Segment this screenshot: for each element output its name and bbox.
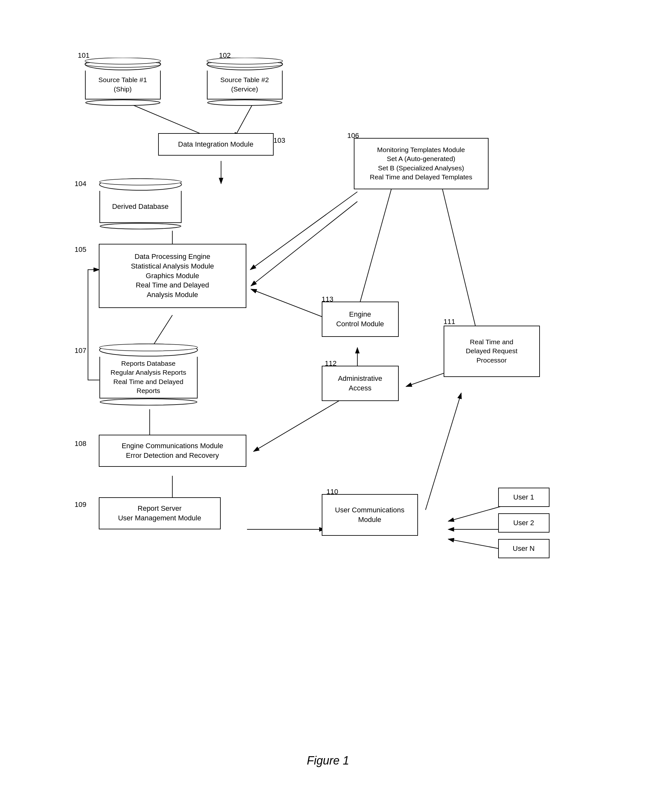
figure-caption: Figure 1 (52, 754, 604, 767)
source-table-2-label: Source Table #2(Service) (220, 76, 269, 94)
data-processing-engine: Data Processing EngineStatistical Analys… (99, 244, 246, 308)
user-comms-module: User CommunicationsModule (322, 494, 418, 536)
svg-line-10 (250, 192, 357, 269)
ref-108: 108 (75, 439, 87, 448)
data-integration-label: Data Integration Module (178, 139, 254, 149)
svg-point-35 (100, 399, 196, 405)
ref-109: 109 (75, 501, 87, 509)
source-table-2: Source Table #2(Service) (206, 58, 283, 106)
user-1-label: User 1 (513, 492, 534, 502)
admin-access-label: AdministrativeAccess (338, 374, 382, 393)
engine-comms-label: Engine Communications ModuleError Detect… (122, 441, 223, 460)
ref-105: 105 (75, 246, 87, 254)
svg-line-14 (254, 399, 341, 452)
user-2-label: User 2 (513, 518, 534, 528)
svg-point-34 (99, 344, 198, 351)
user-n: User N (498, 539, 549, 558)
ref-103: 103 (274, 136, 286, 145)
reports-database: Reports DatabaseRegular Analysis Reports… (99, 343, 198, 405)
source-table-1-label: Source Table #1(Ship) (99, 76, 147, 94)
svg-line-21 (448, 539, 500, 549)
reports-database-label: Reports DatabaseRegular Analysis Reports… (111, 359, 186, 395)
realtime-processor: Real Time andDelayed RequestProcessor (444, 326, 540, 377)
svg-point-29 (207, 100, 282, 105)
user-2: User 2 (498, 513, 549, 532)
data-processing-label: Data Processing EngineStatistical Analys… (131, 252, 214, 299)
engine-comms-module: Engine Communications ModuleError Detect… (99, 435, 246, 467)
svg-point-24 (85, 58, 161, 64)
monitoring-templates-module: Monitoring Templates ModuleSet A (Auto-g… (354, 138, 489, 189)
report-server-label: Report ServerUser Management Module (118, 504, 201, 523)
derived-database: Derived Database (99, 178, 182, 229)
svg-line-18 (425, 393, 461, 510)
ref-107: 107 (75, 346, 87, 355)
report-server: Report ServerUser Management Module (99, 497, 221, 529)
svg-line-19 (448, 507, 500, 521)
ref-111: 111 (444, 318, 455, 326)
engine-control-module: EngineControl Module (322, 302, 399, 337)
derived-database-label: Derived Database (112, 202, 169, 212)
engine-control-label: EngineControl Module (336, 309, 384, 328)
svg-point-31 (99, 179, 181, 185)
ref-104: 104 (75, 179, 87, 188)
user-1: User 1 (498, 488, 549, 507)
svg-point-32 (100, 223, 181, 229)
svg-line-11 (251, 201, 357, 286)
svg-point-28 (207, 58, 283, 64)
data-integration-module: Data Integration Module (158, 133, 274, 156)
user-comms-label: User CommunicationsModule (335, 505, 404, 524)
admin-access: AdministrativeAccess (322, 366, 399, 401)
source-table-1: Source Table #1(Ship) (84, 58, 161, 106)
realtime-processor-label: Real Time andDelayed RequestProcessor (466, 337, 517, 365)
user-n-label: User N (513, 544, 534, 554)
svg-point-25 (85, 100, 160, 105)
monitoring-templates-label: Monitoring Templates ModuleSet A (Auto-g… (370, 145, 472, 182)
